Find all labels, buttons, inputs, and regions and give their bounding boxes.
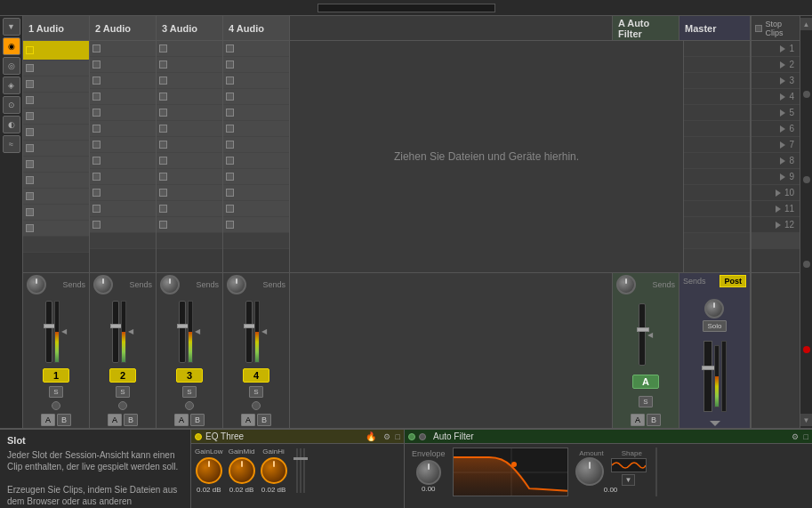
a-button-a[interactable]: A (631, 414, 645, 426)
clip-slot[interactable] (23, 173, 89, 189)
track-3-stop-slot[interactable] (157, 233, 222, 249)
track-2-stop-slot[interactable] (90, 233, 156, 249)
clip-slot[interactable] (223, 89, 289, 105)
fader-track-2[interactable] (112, 301, 119, 363)
channel-label-3[interactable]: 3 (176, 368, 203, 383)
solo-button-2[interactable]: S (116, 386, 129, 398)
clip-slot[interactable] (223, 201, 289, 217)
scroll-down-arrow[interactable]: ▼ (800, 414, 813, 426)
lfo-amount-knob[interactable] (575, 457, 604, 486)
clip-slot[interactable] (223, 185, 289, 201)
sends-knob-a[interactable] (616, 275, 636, 294)
sends-knob-3[interactable] (160, 275, 180, 294)
clip-slot[interactable] (90, 217, 156, 233)
clip-slot[interactable] (223, 105, 289, 121)
clip-slot[interactable] (90, 57, 156, 73)
eq-fader-2[interactable] (300, 448, 301, 493)
clip-slot[interactable] (90, 89, 156, 105)
b-button-1[interactable]: B (57, 414, 71, 426)
sidebar-icon-5[interactable]: ⊙ (3, 96, 20, 114)
post-button[interactable]: Post (720, 275, 746, 287)
fader-arrow-a[interactable]: ◀ (647, 331, 653, 339)
fader-track-4[interactable] (245, 301, 253, 363)
track-header-3[interactable]: 3 Audio (157, 16, 223, 40)
af-settings-icon[interactable]: ⚙ (792, 432, 799, 441)
track-1-active-slot[interactable] (23, 41, 89, 60)
b-button-a[interactable]: B (647, 414, 661, 426)
record-button-2[interactable] (118, 401, 127, 410)
b-button-2[interactable]: B (124, 414, 138, 426)
track-header-4[interactable]: 4 Audio (223, 16, 290, 40)
filter-cutoff-marker[interactable] (511, 462, 517, 467)
sends-knob-1[interactable] (27, 275, 46, 294)
clip-slot[interactable] (90, 153, 156, 169)
sidebar-icon-1[interactable]: ▼ (3, 18, 20, 36)
clip-slot[interactable] (223, 137, 289, 153)
clip-slot[interactable] (23, 221, 89, 237)
clip-slot[interactable] (684, 121, 750, 137)
track-header-2[interactable]: 2 Audio (90, 16, 157, 40)
a-button-4[interactable]: A (241, 414, 255, 426)
scroll-icon-1[interactable] (803, 91, 810, 98)
clip-slot[interactable] (23, 205, 89, 221)
fader-arrow-2[interactable]: ◀ (128, 327, 133, 335)
eq-power-button[interactable] (195, 433, 202, 440)
sidebar-icon-2[interactable]: ◉ (3, 37, 20, 55)
track-header-master[interactable]: Master (679, 16, 751, 40)
clip-slot[interactable] (684, 137, 750, 153)
clip-slot[interactable] (157, 153, 222, 169)
clip-slot[interactable] (157, 169, 222, 185)
a-button-1[interactable]: A (41, 414, 55, 426)
clip-slot[interactable] (157, 217, 222, 233)
sidebar-icon-4[interactable]: ◈ (3, 77, 20, 94)
scroll-icon-4[interactable] (803, 346, 810, 353)
a-button-2[interactable]: A (108, 414, 122, 426)
eq-fader-3[interactable] (303, 448, 305, 493)
clip-slot[interactable] (90, 121, 156, 137)
track-4-stop-slot[interactable] (223, 233, 289, 249)
clip-slot[interactable] (684, 201, 750, 217)
sidebar-icon-3[interactable]: ◎ (3, 57, 20, 75)
clip-slot[interactable] (223, 73, 289, 89)
clip-slot[interactable] (157, 185, 222, 201)
solo-button-3[interactable]: S (182, 386, 196, 398)
clip-slot[interactable] (90, 185, 156, 201)
sidebar-icon-6[interactable]: ◐ (3, 116, 20, 133)
sends-knob-2[interactable] (93, 275, 113, 294)
clip-slot[interactable] (223, 121, 289, 137)
channel-label-1[interactable]: 1 (43, 368, 69, 383)
clip-slot[interactable] (684, 185, 750, 201)
clip-slot[interactable] (223, 217, 289, 233)
af-collapse-icon[interactable]: □ (804, 432, 808, 441)
envelope-knob[interactable] (416, 460, 441, 485)
clip-slot[interactable] (157, 121, 222, 137)
track-1-stop-slot[interactable] (23, 237, 89, 253)
eq-gain-low-knob[interactable] (196, 457, 222, 484)
af-power-button-2[interactable] (419, 433, 426, 440)
clip-slot[interactable] (90, 105, 156, 121)
channel-label-a[interactable]: A (632, 375, 659, 389)
track-header-1[interactable]: 1 Audio (23, 16, 90, 40)
fader-arrow-4[interactable]: ◀ (261, 327, 267, 335)
stop-clips-checkbox[interactable] (755, 25, 762, 32)
clip-slot[interactable] (684, 89, 750, 105)
clip-slot[interactable] (157, 57, 222, 73)
clip-slot[interactable] (684, 57, 750, 73)
clip-slot[interactable] (23, 109, 89, 125)
a-button-3[interactable]: A (174, 414, 189, 426)
clip-slot[interactable] (23, 157, 89, 173)
clip-slot[interactable] (90, 41, 156, 57)
fader-grip-a[interactable] (637, 327, 649, 332)
clip-slot[interactable] (684, 105, 750, 121)
master-fader-track[interactable] (703, 341, 712, 412)
clip-slot[interactable] (684, 73, 750, 89)
fader-track-a[interactable] (639, 303, 646, 366)
track-header-return-a[interactable]: A Auto Filter (613, 16, 679, 40)
clip-slot-sq[interactable] (26, 46, 34, 54)
return-a-stop-slot[interactable] (684, 233, 750, 249)
solo-button-4[interactable]: S (249, 386, 262, 398)
eq-gain-mid-knob[interactable] (229, 457, 255, 484)
filter-display[interactable] (453, 448, 568, 496)
clip-slot[interactable] (23, 60, 89, 77)
clip-slot[interactable] (90, 73, 156, 89)
